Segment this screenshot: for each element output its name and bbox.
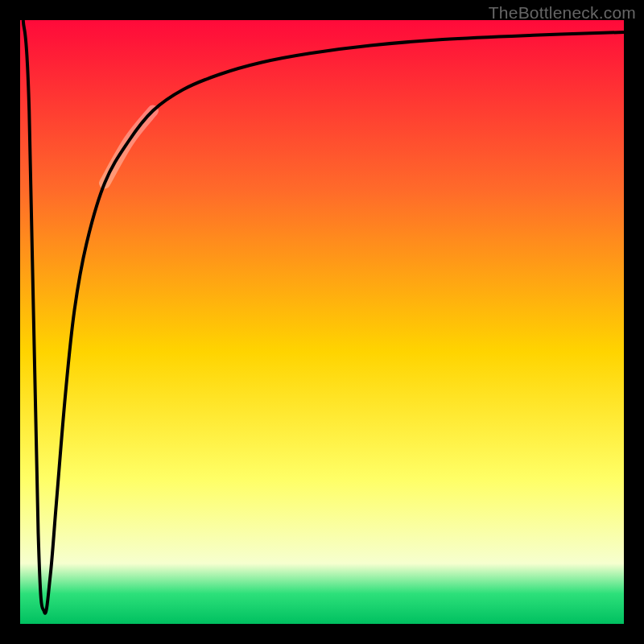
plot-area bbox=[20, 20, 624, 624]
bottleneck-chart bbox=[20, 20, 624, 624]
chart-frame: TheBottleneck.com bbox=[0, 0, 644, 644]
watermark-text: TheBottleneck.com bbox=[489, 3, 636, 23]
gradient-background bbox=[20, 20, 624, 624]
